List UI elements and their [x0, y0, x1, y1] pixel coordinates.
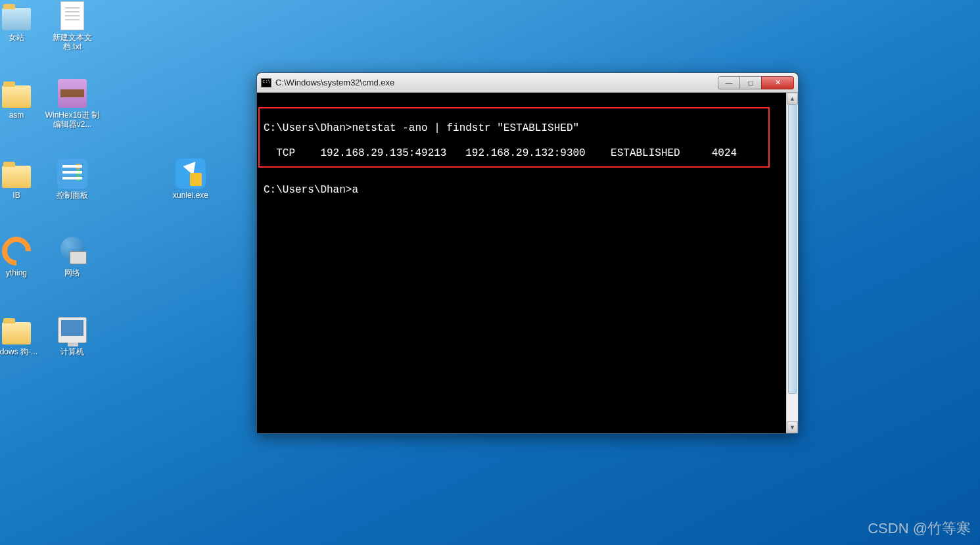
folder-icon: [2, 322, 31, 344]
icon-label: 女站: [9, 33, 24, 42]
terminal-line: C:\Users\Dhan>netstat -ano | findstr "ES…: [264, 122, 780, 135]
cmd-icon: [261, 78, 271, 87]
desktop-icon-computer[interactable]: 计算机: [43, 314, 102, 356]
xunlei-icon: [175, 158, 206, 189]
scroll-down-button[interactable]: ▼: [787, 421, 798, 433]
icon-label: 控制面板: [57, 191, 88, 200]
icon-label: WinHex16进 制编辑器v2...: [45, 110, 101, 130]
window-controls: — □ ✕: [718, 76, 794, 89]
scroll-up-button[interactable]: ▲: [787, 93, 798, 105]
desktop-icon-txt[interactable]: 新建文本文 档.txt: [43, 0, 102, 52]
desktop-icon-xunlei[interactable]: xunlei.exe: [161, 158, 220, 200]
icon-label: 网络: [64, 268, 80, 277]
icon-label: xunlei.exe: [173, 191, 208, 200]
icon-label: 新建文本文 档.txt: [45, 33, 101, 52]
desktop-icon-network[interactable]: 网络: [43, 235, 102, 277]
control-panel-icon: [57, 158, 87, 189]
cmd-window: C:\Windows\system32\cmd.exe — □ ✕ C:\Use…: [256, 72, 799, 434]
desktop-icon-ib[interactable]: IB: [0, 158, 46, 200]
winrar-icon: [58, 79, 87, 108]
desktop-icon-winhex[interactable]: WinHex16进 制编辑器v2...: [43, 78, 102, 130]
scroll-thumb[interactable]: [788, 105, 797, 394]
terminal-line: C:\Users\Dhan>a: [264, 183, 780, 197]
desktop-icon-control-panel[interactable]: 控制面板: [43, 158, 102, 200]
icon-label: 计算机: [60, 347, 84, 356]
cmd-body: C:\Users\Dhan>netstat -ano | findstr "ES…: [257, 93, 798, 433]
folder-icon: [2, 85, 31, 108]
desktop-icon-ything[interactable]: ything: [0, 235, 46, 277]
titlebar[interactable]: C:\Windows\system32\cmd.exe — □ ✕: [257, 73, 798, 93]
computer-icon: [58, 317, 87, 343]
terminal-content[interactable]: C:\Users\Dhan>netstat -ano | findstr "ES…: [257, 93, 786, 433]
ring-icon: [0, 231, 37, 272]
desktop-icon-ndows[interactable]: ndows 狗-...: [0, 314, 46, 356]
close-button[interactable]: ✕: [761, 76, 794, 89]
desktop-icon-recycle[interactable]: 女站: [0, 0, 46, 42]
icon-label: asm: [9, 110, 24, 120]
icon-label: ything: [6, 268, 27, 277]
icon-label: IB: [12, 191, 20, 200]
folder-icon: [2, 166, 31, 188]
minimize-button[interactable]: —: [718, 76, 740, 89]
terminal-line: TCP 192.168.29.135:49213 192.168.29.132:…: [264, 147, 780, 160]
desktop-icon-asm[interactable]: asm: [0, 78, 46, 120]
watermark: CSDN @竹等寒: [868, 519, 971, 538]
network-icon: [58, 237, 87, 266]
scrollbar[interactable]: ▲ ▼: [786, 93, 798, 433]
maximize-button[interactable]: □: [739, 76, 762, 89]
window-title: C:\Windows\system32\cmd.exe: [275, 78, 718, 87]
icon-label: ndows 狗-...: [0, 347, 37, 356]
txt-file-icon: [60, 1, 84, 30]
